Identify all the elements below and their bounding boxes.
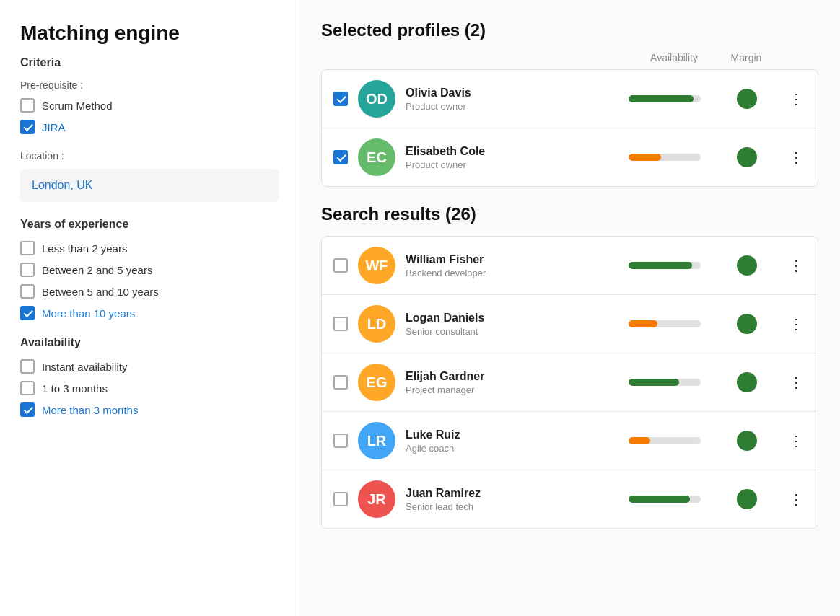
5to10-checkbox[interactable] <box>20 284 35 299</box>
availability-bar-bg <box>629 95 701 102</box>
availability-bar-wrap <box>621 379 708 386</box>
2to5-checkbox[interactable] <box>20 263 35 277</box>
margin-dot-wrap <box>718 489 776 509</box>
availability-bar-bg <box>629 379 701 386</box>
margin-dot <box>737 489 757 509</box>
profile-role: Project manager <box>406 384 611 395</box>
profile-checkbox[interactable] <box>333 258 348 273</box>
avatar: EG <box>358 364 395 401</box>
col-margin-header: Margin <box>717 52 775 63</box>
profile-card: WFWilliam FisherBackend developer⋮ <box>322 237 818 295</box>
location-box[interactable]: London, UK <box>20 169 279 202</box>
availability-bar-fill <box>629 95 694 102</box>
profile-checkbox[interactable] <box>333 434 348 448</box>
margin-dot <box>737 147 757 167</box>
col-availability-header: Availability <box>631 52 717 63</box>
availability-bar-bg <box>629 154 701 161</box>
gt10-row[interactable]: More than 10 years <box>20 306 279 320</box>
gt10-checkbox[interactable] <box>20 306 35 320</box>
margin-dot <box>737 372 757 392</box>
profile-checkbox[interactable] <box>333 92 348 106</box>
availability-bar-bg <box>629 437 701 444</box>
1to3-row[interactable]: 1 to 3 months <box>20 381 279 395</box>
more-options-button[interactable]: ⋮ <box>786 89 806 109</box>
availability-bar-bg <box>629 496 701 503</box>
search-results-title: Search results (26) <box>321 204 818 224</box>
more-options-button[interactable]: ⋮ <box>786 255 806 276</box>
margin-dot <box>737 255 757 276</box>
lt2-row[interactable]: Less than 2 years <box>20 241 279 255</box>
profile-name: Juan Ramirez <box>406 487 611 500</box>
gt3-label: More than 3 months <box>42 404 138 416</box>
availability-bar-fill <box>629 437 650 444</box>
prerequisite-jira-row[interactable]: JIRA <box>20 120 279 134</box>
profile-checkbox[interactable] <box>333 150 348 164</box>
profile-card: LRLuke RuizAgile coach⋮ <box>322 412 818 470</box>
avatar: WF <box>358 247 395 284</box>
5to10-row[interactable]: Between 5 and 10 years <box>20 284 279 299</box>
1to3-checkbox[interactable] <box>20 381 35 395</box>
selected-profiles-section: ODOlivia DavisProduct owner⋮ECElisabeth … <box>321 69 818 187</box>
margin-dot <box>737 431 757 451</box>
instant-row[interactable]: Instant availability <box>20 359 279 374</box>
more-options-button[interactable]: ⋮ <box>786 314 806 334</box>
profile-name: Luke Ruiz <box>406 428 611 441</box>
scrum-label: Scrum Method <box>42 100 113 112</box>
avatar: JR <box>358 480 395 518</box>
selected-profiles-title: Selected profiles (2) <box>321 20 818 40</box>
lt2-checkbox[interactable] <box>20 241 35 255</box>
more-options-button[interactable]: ⋮ <box>786 147 806 167</box>
page-title: Matching engine <box>20 22 279 45</box>
profile-checkbox[interactable] <box>333 492 348 506</box>
availability-bar-bg <box>629 320 701 327</box>
lt2-label: Less than 2 years <box>42 242 127 255</box>
avatar: LR <box>358 422 395 459</box>
1to3-label: 1 to 3 months <box>42 382 108 395</box>
profile-info: William FisherBackend developer <box>406 253 611 278</box>
avatar: OD <box>358 80 395 118</box>
margin-dot <box>737 89 757 109</box>
profile-role: Senior lead tech <box>406 501 611 512</box>
instant-label: Instant availability <box>42 361 127 373</box>
right-panel: Selected profiles (2) Availability Margi… <box>299 0 840 616</box>
profile-name: William Fisher <box>406 253 611 266</box>
more-options-button[interactable]: ⋮ <box>786 372 806 392</box>
profile-checkbox[interactable] <box>333 375 348 390</box>
availability-bar-fill <box>629 320 657 327</box>
availability-bar-fill <box>629 379 679 386</box>
gt3-checkbox[interactable] <box>20 402 35 417</box>
profile-role: Senior consultant <box>406 326 611 337</box>
profile-name: Olivia Davis <box>406 87 611 100</box>
profile-checkbox[interactable] <box>333 317 348 331</box>
availability-bar-wrap <box>621 262 708 269</box>
profile-info: Logan DanielsSenior consultant <box>406 312 611 337</box>
more-options-button[interactable]: ⋮ <box>786 431 806 451</box>
profile-info: Olivia DavisProduct owner <box>406 87 611 112</box>
search-results-section: WFWilliam FisherBackend developer⋮LDLoga… <box>321 236 818 529</box>
instant-checkbox[interactable] <box>20 359 35 374</box>
jira-checkbox[interactable] <box>20 120 35 134</box>
availability-bar-wrap <box>621 496 708 503</box>
profile-role: Product owner <box>406 159 611 170</box>
profile-role: Agile coach <box>406 443 611 454</box>
criteria-label: Criteria <box>20 56 279 69</box>
profile-info: Juan RamirezSenior lead tech <box>406 487 611 512</box>
profile-name: Elijah Gardner <box>406 370 611 383</box>
profile-info: Elijah GardnerProject manager <box>406 370 611 395</box>
scrum-checkbox[interactable] <box>20 98 35 113</box>
availability-bar-wrap <box>621 95 708 102</box>
profile-card: JRJuan RamirezSenior lead tech⋮ <box>322 470 818 528</box>
availability-bar-wrap <box>621 320 708 327</box>
2to5-row[interactable]: Between 2 and 5 years <box>20 263 279 277</box>
availability-bar-fill <box>629 262 692 269</box>
gt3-row[interactable]: More than 3 months <box>20 402 279 417</box>
avatar: EC <box>358 138 395 176</box>
more-options-button[interactable]: ⋮ <box>786 489 806 509</box>
prerequisite-scrum-row[interactable]: Scrum Method <box>20 98 279 113</box>
left-panel: Matching engine Criteria Pre-requisite :… <box>0 0 299 616</box>
margin-dot-wrap <box>718 431 776 451</box>
margin-dot-wrap <box>718 255 776 276</box>
availability-bar-fill <box>629 154 661 161</box>
avatar: LD <box>358 305 395 343</box>
5to10-label: Between 5 and 10 years <box>42 286 159 298</box>
